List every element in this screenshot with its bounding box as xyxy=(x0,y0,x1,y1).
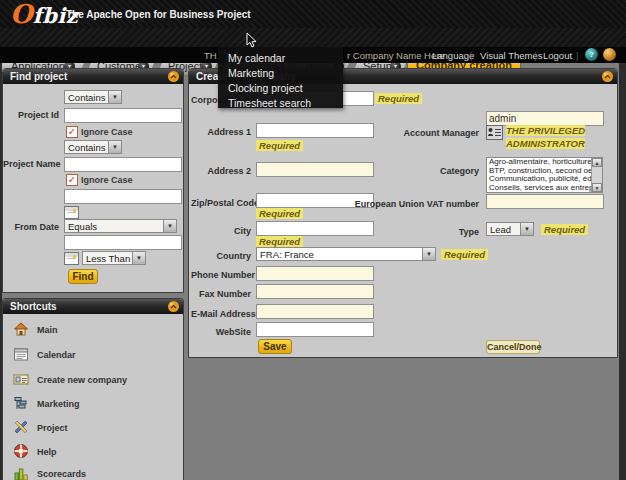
nav-bar: Applications▾ Customer▾ Project▾ Calenda… xyxy=(0,28,626,47)
required-badge: Required xyxy=(375,93,422,104)
project-id-label: Project Id xyxy=(3,110,59,120)
menu-item-marketing[interactable]: Marketing xyxy=(228,67,274,80)
shortcut-project[interactable]: Project xyxy=(3,419,183,443)
shortcut-label: Main xyxy=(37,325,58,335)
listbox-scrollbar[interactable]: ▲▼ xyxy=(591,158,602,192)
shortcut-create-new-company[interactable]: Create new company xyxy=(3,371,183,395)
category-listbox[interactable]: Agro-alimentaire, horticulture BTP, cons… xyxy=(486,157,603,193)
required-badge: Required xyxy=(541,224,588,235)
scroll-down-icon[interactable]: ▼ xyxy=(592,183,602,192)
collapse-icon[interactable] xyxy=(602,71,613,82)
from-date-label: From Date xyxy=(3,222,59,232)
shortcuts-header: Shortcuts xyxy=(3,299,183,314)
shortcut-calendar[interactable]: Calendar xyxy=(3,346,183,370)
marketing-icon xyxy=(13,395,29,411)
shortcuts-title: Shortcuts xyxy=(10,301,57,312)
fax-input[interactable] xyxy=(256,284,374,299)
city-input[interactable] xyxy=(256,221,374,236)
project-name-input[interactable] xyxy=(64,157,182,172)
shortcuts-panel: Shortcuts Main Calendar Create new compa… xyxy=(2,298,184,480)
project-name-operator-select[interactable]: Contains▼ xyxy=(64,140,122,154)
chevron-down-icon: ▼ xyxy=(108,91,121,103)
thru-date-operator-select[interactable]: Less Than▼ xyxy=(82,251,146,265)
user-status-text-left: TH xyxy=(204,50,217,61)
vat-input[interactable] xyxy=(486,194,604,209)
select-value: Contains xyxy=(68,92,108,104)
shortcut-label: Project xyxy=(37,423,68,433)
address1-input[interactable] xyxy=(256,123,374,138)
logout-link[interactable]: Logout xyxy=(543,50,572,61)
country-select[interactable]: FRA: France▼ xyxy=(256,247,436,261)
find-button[interactable]: Find xyxy=(68,269,98,284)
calendar-icon[interactable] xyxy=(64,206,79,219)
user-icon[interactable] xyxy=(603,48,616,61)
chevron-down-icon: ▼ xyxy=(132,252,145,264)
project-icon xyxy=(13,419,29,435)
shortcut-marketing[interactable]: Marketing xyxy=(3,395,183,419)
required-badge: Required xyxy=(256,140,303,151)
chevron-down-icon: ▼ xyxy=(520,223,533,235)
email-input[interactable] xyxy=(256,304,374,319)
collapse-icon[interactable] xyxy=(168,71,179,82)
shortcut-main[interactable]: Main xyxy=(3,321,183,345)
project-id-input[interactable] xyxy=(64,108,182,123)
create-company-panel: Create new company Corporate name Requir… xyxy=(188,68,618,358)
from-date-operator-select[interactable]: Equals▼ xyxy=(64,219,177,233)
menu-item-timesheet-search[interactable]: Timesheet search xyxy=(228,97,311,110)
find-project-header: Find project xyxy=(3,69,183,84)
project-id-operator-select[interactable]: Contains▼ xyxy=(64,90,122,104)
chevron-down-icon: ▼ xyxy=(108,141,121,153)
ignore-case-checkbox[interactable]: ✓ xyxy=(66,174,78,186)
select-value: Equals xyxy=(68,221,163,233)
separator: | xyxy=(576,50,578,61)
type-select[interactable]: Lead▼ xyxy=(486,222,534,236)
fax-label: Fax Number xyxy=(191,289,251,299)
required-badge: Required xyxy=(441,249,488,260)
shortcut-label: Create new company xyxy=(37,375,127,385)
phone-label: Phone Number xyxy=(191,270,251,280)
collapse-icon[interactable] xyxy=(168,301,179,312)
scorecards-icon xyxy=(13,465,29,480)
save-button[interactable]: Save xyxy=(258,339,292,354)
select-value: Contains xyxy=(68,142,108,154)
ignore-case-checkbox[interactable]: ✓ xyxy=(66,126,78,138)
address2-input[interactable] xyxy=(256,162,374,177)
shortcut-label: Scorecards xyxy=(37,469,86,479)
account-manager-label: Account Manager xyxy=(375,128,479,138)
website-label: WebSite xyxy=(191,327,251,337)
address2-label: Address 2 xyxy=(191,166,251,176)
home-icon xyxy=(13,321,29,337)
lookup-icon[interactable] xyxy=(486,125,503,140)
thru-date-input[interactable] xyxy=(64,235,182,250)
separator: | xyxy=(534,50,536,61)
cancel-done-button[interactable]: Cancel/Done xyxy=(486,340,540,354)
address1-label: Address 1 xyxy=(191,127,251,137)
phone-input[interactable] xyxy=(256,266,374,281)
select-value: Lead xyxy=(490,224,520,236)
help-icon[interactable]: ? xyxy=(585,48,598,61)
company-name-text: r Company Name Here xyxy=(347,50,445,61)
calendar-icon[interactable] xyxy=(64,252,79,265)
shortcut-help[interactable]: Help xyxy=(3,443,183,467)
ignore-case-label: Ignore Case xyxy=(81,175,133,185)
separator: | xyxy=(470,50,472,61)
calendar-dropdown-menu: My calendar Marketing Clocking project T… xyxy=(218,47,343,108)
project-name-label: Project Name xyxy=(3,159,59,169)
calendar-icon xyxy=(13,346,29,362)
email-label: E-Mail Address xyxy=(191,309,251,319)
date-input[interactable] xyxy=(64,189,182,204)
find-project-title: Find project xyxy=(10,71,67,82)
chevron-down-icon: ▼ xyxy=(163,220,176,232)
shortcut-label: Help xyxy=(37,447,57,457)
category-option[interactable]: Conseils, services aux entreprises xyxy=(487,184,602,193)
language-link[interactable]: Language xyxy=(432,50,474,61)
city-label: City xyxy=(191,226,251,236)
scroll-up-icon[interactable]: ▲ xyxy=(592,158,602,167)
shortcut-scorecards[interactable]: Scorecards xyxy=(3,465,183,480)
select-value: Less Than xyxy=(86,253,132,265)
new-company-icon xyxy=(13,371,29,387)
chevron-down-icon: ▼ xyxy=(422,248,435,260)
menu-item-my-calendar[interactable]: My calendar xyxy=(228,52,285,65)
menu-item-clocking-project[interactable]: Clocking project xyxy=(228,82,303,95)
website-input[interactable] xyxy=(256,322,374,337)
